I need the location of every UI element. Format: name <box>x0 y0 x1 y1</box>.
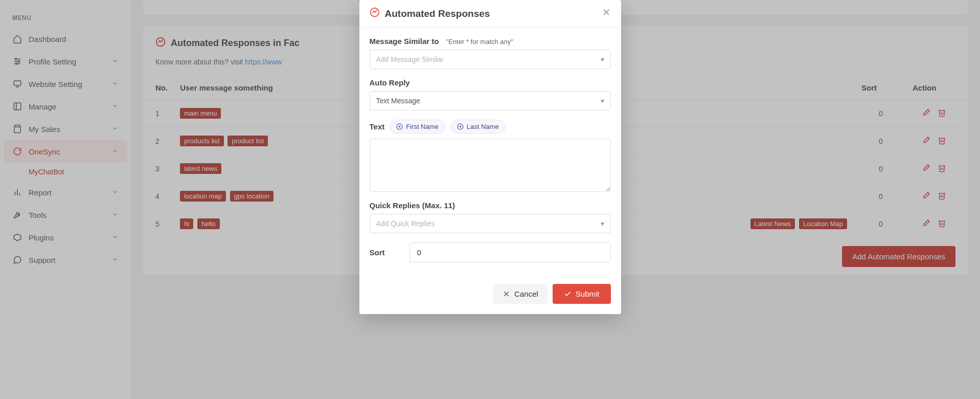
submit-button[interactable]: Submit <box>553 284 611 304</box>
caret-down-icon: ▾ <box>601 219 604 228</box>
first-name-chip[interactable]: First Name <box>390 120 445 134</box>
msg-similar-label: Message Similar to "Enter * for match an… <box>370 37 611 46</box>
quick-replies-label: Quick Replies (Max. 11) <box>370 201 611 210</box>
msg-similar-select[interactable]: Add Message Similar ▾ <box>370 50 611 69</box>
text-label: Text <box>370 122 385 131</box>
modal-overlay: Automated Responses Message Similar to "… <box>0 0 980 399</box>
modal-title: Automated Responses <box>385 8 490 19</box>
caret-down-icon: ▾ <box>601 97 604 105</box>
auto-reply-label: Auto Reply <box>370 78 611 87</box>
quick-replies-select[interactable]: Add Quick Replies ▾ <box>370 214 611 233</box>
close-icon[interactable] <box>602 8 611 19</box>
cancel-button[interactable]: Cancel <box>493 284 548 304</box>
last-name-chip[interactable]: Last Name <box>450 120 506 134</box>
caret-down-icon: ▾ <box>601 55 604 63</box>
auto-reply-select[interactable]: Text Message ▾ <box>370 91 611 110</box>
automated-responses-modal: Automated Responses Message Similar to "… <box>359 0 621 314</box>
sort-input[interactable] <box>409 242 611 262</box>
messenger-icon <box>370 7 380 20</box>
text-textarea[interactable] <box>370 139 611 192</box>
sort-label: Sort <box>370 248 385 257</box>
